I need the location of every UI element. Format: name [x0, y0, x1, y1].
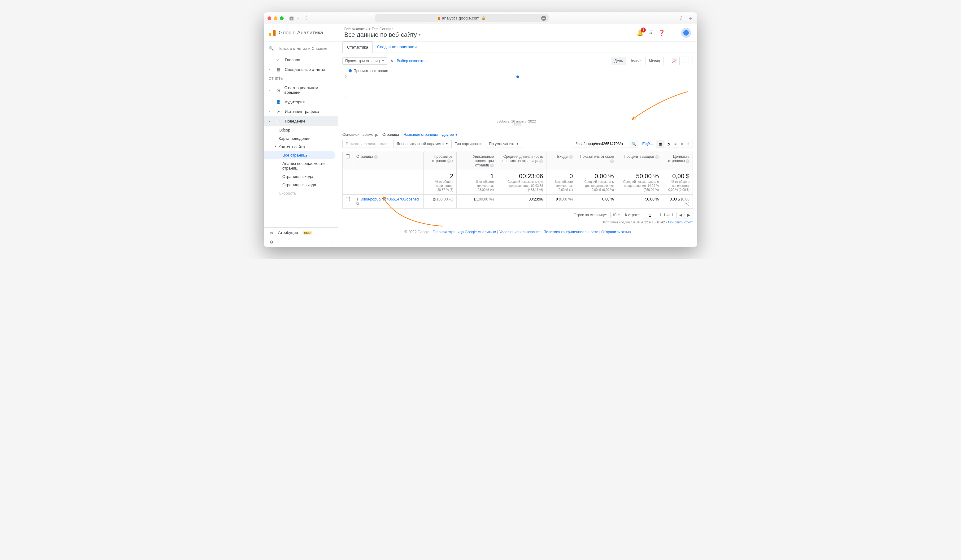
- line-chart-icon[interactable]: 📈: [669, 57, 680, 65]
- footer-privacy-link[interactable]: Политика конфиденциальности: [543, 230, 598, 234]
- range-month[interactable]: Месяц: [646, 57, 663, 65]
- share-icon[interactable]: ⇪: [678, 14, 683, 22]
- sidebar-search[interactable]: 🔍: [264, 42, 338, 55]
- secondary-metric-link[interactable]: Выбор показателя: [397, 59, 428, 63]
- primary-metric-select[interactable]: Просмотры страниц ▼: [342, 57, 387, 65]
- bar-icon[interactable]: ≡: [672, 140, 679, 148]
- nav-overview[interactable]: Обзор: [264, 126, 338, 134]
- range-day[interactable]: День: [611, 57, 626, 65]
- nav-all-pages[interactable]: Все страницы: [264, 151, 335, 159]
- goto-row-input[interactable]: [644, 212, 656, 218]
- lock-icon: 🔒: [481, 16, 486, 20]
- maximize-window-icon[interactable]: [280, 16, 284, 20]
- help-icon[interactable]: ?: [374, 155, 378, 159]
- tab-explorer[interactable]: Статистика: [342, 42, 373, 53]
- drag-handle-icon[interactable]: [514, 123, 521, 126]
- footer-feedback-link[interactable]: Отправить отзыв: [601, 230, 631, 234]
- advanced-filter-link[interactable]: Ещё...: [642, 142, 653, 146]
- help-icon[interactable]: ❓: [658, 29, 665, 36]
- rows-per-page-label: Строк на странице:: [574, 213, 607, 217]
- new-tab-icon[interactable]: ＋: [688, 14, 694, 22]
- select-all-checkbox[interactable]: [343, 152, 353, 170]
- nav-attribution[interactable]: ᔕ Атрибуция БЕТА: [264, 228, 338, 237]
- nav-admin[interactable]: ⚙ ‹: [264, 237, 338, 247]
- prev-page-icon[interactable]: ◀: [677, 212, 685, 218]
- pie-icon[interactable]: ◔: [664, 140, 672, 148]
- browser-window: ▦ ⌄ 〈 ▮ analytics.google.com 🔒 ••• ⇪ ＋ G…: [264, 12, 697, 247]
- nav-home[interactable]: ⌂ Главная: [264, 55, 338, 65]
- nav-behavior[interactable]: ▾▭ Поведение: [264, 116, 338, 126]
- col-unique[interactable]: Уникальные просмотры страниц?: [456, 152, 497, 170]
- collapse-sidebar-icon[interactable]: ‹: [331, 240, 333, 244]
- open-link-icon[interactable]: ⧉: [356, 201, 359, 206]
- help-icon[interactable]: ?: [569, 155, 573, 159]
- pivot-icon[interactable]: ⊞: [685, 140, 693, 148]
- col-exit[interactable]: Процент выходов?: [617, 152, 662, 170]
- nav-content-drilldown[interactable]: Анализ посещаемости страниц: [264, 159, 338, 172]
- dim-page[interactable]: Страница: [382, 132, 399, 137]
- comparison-icon[interactable]: ⫴: [679, 140, 685, 148]
- help-icon[interactable]: ?: [539, 159, 543, 163]
- nav-landing-pages[interactable]: Страницы входа: [264, 172, 338, 181]
- logo-row[interactable]: Google Аналитика: [264, 24, 338, 42]
- col-pageviews[interactable]: Просмотры страниц? ↓: [423, 152, 456, 170]
- help-icon[interactable]: ?: [447, 159, 451, 163]
- dashboard-icon: ▦: [276, 67, 281, 72]
- nav-speed[interactable]: Скорость: [264, 189, 338, 197]
- nav-audience[interactable]: ›👤 Аудитория: [264, 97, 338, 107]
- close-window-icon[interactable]: [267, 16, 271, 20]
- footer-home-link[interactable]: Главная страница Google Аналитики: [432, 230, 496, 234]
- col-page[interactable]: Страница?: [353, 152, 424, 170]
- nav-acquisition[interactable]: ›➣ Источник трафика: [264, 107, 338, 116]
- chart-legend: Просмотры страниц: [342, 69, 693, 73]
- col-avg-time[interactable]: Средняя длительность просмотра страницы?: [497, 152, 546, 170]
- copyright: © 2022 Google: [405, 230, 430, 234]
- chevron-down-icon: ▼: [382, 59, 384, 63]
- nav-exit-pages[interactable]: Страницы выхода: [264, 181, 338, 189]
- nav-custom-reports[interactable]: ›▦ Специальные отчеты: [264, 65, 338, 74]
- dropdown-icon[interactable]: ⌄: [297, 16, 299, 20]
- dim-other[interactable]: Другое ▼: [442, 132, 458, 137]
- col-value[interactable]: Ценность страницы?: [662, 152, 693, 170]
- plot-rows-button[interactable]: Показать на диаграмме: [342, 140, 390, 148]
- data-table-icon[interactable]: ▦: [656, 140, 664, 148]
- help-icon[interactable]: ?: [610, 159, 614, 163]
- back-icon[interactable]: 〈: [302, 15, 307, 21]
- refresh-report-link[interactable]: Обновить отчет: [668, 220, 693, 224]
- nav-site-content[interactable]: ▾ Контент сайта: [264, 143, 338, 151]
- breadcrumb[interactable]: Все аккаунты > Test Counter: [344, 27, 421, 31]
- secondary-dimension-select[interactable]: Дополнительный параметр ▼: [393, 140, 452, 148]
- sidebar-toggle-icon[interactable]: ▦: [289, 15, 294, 21]
- minimize-window-icon[interactable]: [274, 16, 277, 20]
- reader-icon[interactable]: •••: [541, 16, 546, 21]
- apps-icon[interactable]: ⠿: [649, 30, 652, 35]
- next-page-icon[interactable]: ▶: [685, 212, 693, 218]
- nav-behavior-flow[interactable]: Карта поведения: [264, 134, 338, 143]
- rows-per-page-select[interactable]: 10 ▾: [610, 212, 622, 218]
- search-button-icon[interactable]: 🔍: [629, 140, 639, 148]
- table-head: Страница? Просмотры страниц? ↓ Уникальны…: [343, 152, 693, 170]
- motion-chart-icon[interactable]: ⋮⋮: [680, 57, 693, 65]
- help-icon[interactable]: ?: [686, 159, 689, 163]
- row-checkbox[interactable]: [343, 194, 353, 209]
- url-bar[interactable]: ▮ analytics.google.com 🔒 •••: [375, 14, 549, 22]
- nav-realtime[interactable]: ›◷ Отчет в реальном времени: [264, 83, 338, 97]
- chevron-right-icon: ›: [269, 110, 272, 113]
- help-icon[interactable]: ?: [490, 164, 494, 167]
- view-title[interactable]: Все данные по веб-сайту ▾: [344, 31, 421, 39]
- notifications-button[interactable]: 🔔1: [636, 29, 643, 36]
- help-icon[interactable]: ?: [655, 155, 659, 159]
- avatar[interactable]: [681, 28, 691, 38]
- more-icon[interactable]: ⋮: [670, 30, 675, 35]
- dim-page-title[interactable]: Название страницы: [403, 132, 438, 137]
- col-entrances[interactable]: Входы?: [546, 152, 576, 170]
- page-path-link[interactable]: /tilda/popup/rec436514708/opened: [361, 197, 419, 201]
- search-input[interactable]: [277, 46, 333, 51]
- sort-type-select[interactable]: По умолчанию ▼: [486, 140, 522, 148]
- col-bounce[interactable]: Показатель отказов?: [576, 152, 617, 170]
- footer-terms-link[interactable]: Условия использования: [499, 230, 540, 234]
- cell-uv: 1(100,00 %): [456, 194, 497, 209]
- tab-nav-summary[interactable]: Сводка по навигации: [373, 42, 421, 53]
- table-search-input[interactable]: [573, 140, 629, 148]
- range-week[interactable]: Неделя: [626, 57, 646, 65]
